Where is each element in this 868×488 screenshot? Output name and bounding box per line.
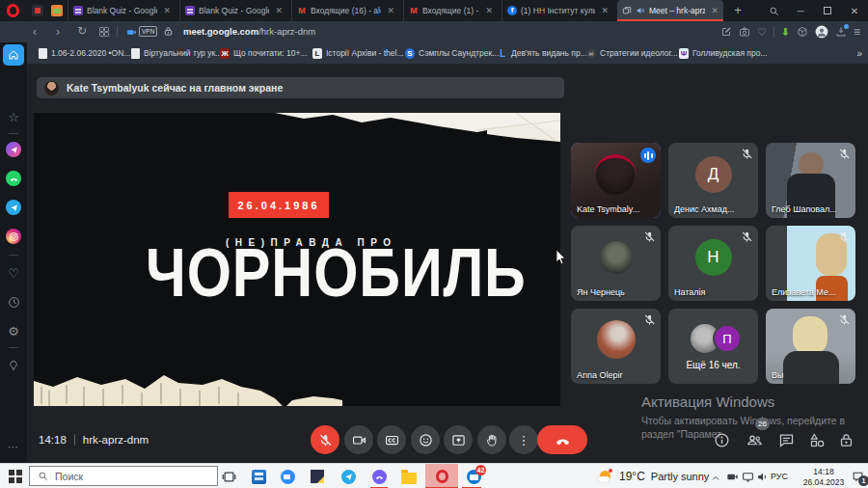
participant-tile-natalia[interactable]: Н Наталія bbox=[668, 226, 758, 301]
chat-panel-icon[interactable] bbox=[778, 432, 795, 448]
tray-chevron-icon[interactable] bbox=[707, 470, 724, 487]
menu-hamburger-icon[interactable]: ≡ bbox=[854, 25, 860, 39]
host-controls-icon[interactable] bbox=[838, 432, 854, 448]
share-edit-icon[interactable] bbox=[720, 26, 732, 38]
tab-facebook[interactable]: f (1) НН Інститут культ ✕ bbox=[502, 0, 613, 21]
tab-gmail-16[interactable]: M Входящие (16) - alon ✕ bbox=[291, 0, 399, 21]
tab-close-icon[interactable]: ✕ bbox=[273, 6, 283, 15]
messenger-icon[interactable] bbox=[3, 139, 24, 160]
pinned-tab-icon-2[interactable] bbox=[51, 5, 63, 16]
tab-blank-quiz-1[interactable]: Blank Quiz - Google F ✕ bbox=[68, 0, 176, 21]
back-icon[interactable]: ‹ bbox=[33, 25, 37, 39]
opera-menu-icon[interactable] bbox=[7, 4, 19, 17]
taskbar-weather[interactable]: 19°C Partly sunny bbox=[598, 464, 709, 488]
window-maximize-button[interactable] bbox=[814, 6, 841, 16]
sidebar-more-icon[interactable]: ⋯ bbox=[3, 436, 24, 457]
bookmarks-overflow-icon[interactable]: » bbox=[856, 48, 862, 59]
tray-language-indicator[interactable]: РУС bbox=[771, 472, 788, 481]
snapshot-icon[interactable] bbox=[739, 26, 750, 38]
telegram-icon[interactable] bbox=[3, 197, 24, 218]
tray-clock[interactable]: 14:18 26.04.2023 bbox=[800, 467, 847, 487]
bookmark-item[interactable]: Ψ Голливудская про... bbox=[679, 48, 768, 59]
tab-blank-quiz-2[interactable]: Blank Quiz - Google F ✕ bbox=[179, 0, 287, 21]
mail-app-icon[interactable]: 42 bbox=[465, 468, 482, 485]
camera-access-icon[interactable] bbox=[125, 27, 138, 38]
bookmark-item[interactable]: L Історії Архіви - thel... bbox=[312, 48, 404, 59]
raise-hand-button[interactable] bbox=[477, 425, 506, 454]
people-panel-icon[interactable] bbox=[746, 432, 763, 448]
tab-search-icon[interactable] bbox=[760, 6, 787, 16]
self-view-tile[interactable]: Вы bbox=[766, 309, 855, 384]
slide-title: ЧОРНОБИЛЬ bbox=[146, 239, 527, 307]
notes-app-icon[interactable] bbox=[309, 468, 326, 485]
bookmark-item[interactable]: S Сэмплы Саундтрек... bbox=[405, 48, 499, 59]
downloads-tray-icon[interactable] bbox=[835, 26, 847, 38]
screen: Blank Quiz - Google F ✕ Blank Quiz - Goo… bbox=[0, 0, 868, 488]
speed-dial-home-icon[interactable] bbox=[3, 44, 24, 66]
overflow-tile-more-people[interactable]: П Ещё 16 чел. bbox=[668, 309, 758, 384]
window-minimize-button[interactable]: ─ bbox=[787, 6, 814, 16]
favorites-heart-icon[interactable]: ♡ bbox=[757, 26, 767, 39]
activities-icon[interactable] bbox=[809, 432, 826, 448]
url-text[interactable]: meet.google.com/hrk-aprz-dnm bbox=[183, 26, 315, 37]
viber-app-icon[interactable] bbox=[370, 468, 388, 485]
letter-avatar: Н bbox=[695, 239, 732, 276]
more-options-button[interactable]: ⋮ bbox=[509, 425, 538, 454]
participant-tile-gleb[interactable]: Глеб Шаповал... bbox=[766, 143, 855, 218]
reload-icon[interactable]: ↻ bbox=[77, 24, 87, 38]
tab-tiles-icon[interactable] bbox=[98, 26, 110, 38]
reactions-button[interactable] bbox=[411, 425, 440, 454]
present-button[interactable] bbox=[444, 425, 473, 454]
whatsapp-icon[interactable] bbox=[3, 168, 24, 189]
letter-avatar: Д bbox=[695, 156, 732, 193]
participant-tile-kate[interactable]: Kate Tsymbaly... bbox=[571, 143, 661, 218]
bookmark-item[interactable]: Віртуальний тур ук... bbox=[131, 48, 222, 59]
notification-center-icon[interactable]: 1 bbox=[849, 468, 866, 485]
start-button[interactable] bbox=[9, 470, 22, 483]
tab-close-icon[interactable]: ✕ bbox=[599, 6, 609, 15]
forward-icon[interactable]: › bbox=[56, 25, 60, 39]
extensions-cube-icon[interactable] bbox=[797, 26, 808, 38]
participant-tile-elizaveta[interactable]: Елизавета Ме... bbox=[766, 226, 855, 301]
settings-gear-icon[interactable]: ⚙ bbox=[3, 320, 24, 341]
calculator-app-icon[interactable] bbox=[250, 468, 267, 485]
bookmark-item[interactable]: L Дев'ять видань пр... bbox=[498, 48, 587, 59]
new-tab-button[interactable]: + bbox=[730, 3, 746, 18]
pinned-tab-icon-1[interactable] bbox=[32, 5, 43, 16]
zoom-app-icon[interactable] bbox=[279, 468, 296, 485]
bookmarks-heart-icon[interactable]: ♡ bbox=[3, 262, 24, 284]
l-site-icon: L bbox=[498, 48, 507, 59]
mic-mute-button[interactable] bbox=[311, 425, 339, 454]
window-close-button[interactable]: ✕ bbox=[841, 6, 868, 16]
history-clock-icon[interactable] bbox=[3, 291, 24, 312]
tab-close-icon[interactable]: ✕ bbox=[161, 6, 171, 15]
tab-close-icon[interactable]: ✕ bbox=[385, 6, 394, 15]
end-call-button[interactable] bbox=[537, 425, 587, 454]
task-view-icon[interactable] bbox=[220, 468, 237, 485]
bookmark-item[interactable]: 1.06-2.06.2020 •ON... bbox=[39, 48, 130, 59]
bookmark-item[interactable]: ☠ Стратегии идеолог... bbox=[586, 48, 678, 59]
telegram-app-icon[interactable] bbox=[339, 468, 357, 485]
file-explorer-icon[interactable] bbox=[400, 468, 418, 485]
opera-app-icon[interactable] bbox=[433, 468, 450, 485]
participant-tile-denis[interactable]: Д Денис Ахмад... bbox=[668, 143, 758, 218]
weather-temp: 19°C bbox=[619, 470, 645, 483]
personal-news-star-icon[interactable]: ☆ bbox=[3, 106, 24, 127]
vpn-badge[interactable]: VPN bbox=[139, 26, 157, 37]
captions-button[interactable] bbox=[377, 425, 406, 454]
profile-avatar-icon[interactable] bbox=[815, 25, 828, 39]
camera-button[interactable] bbox=[344, 425, 373, 454]
tips-bulb-icon[interactable] bbox=[3, 355, 24, 376]
tab-meet-active[interactable]: Meet – hrk-aprz-d ✕ bbox=[617, 0, 723, 21]
tab-gmail-1[interactable]: M Входящие (1) - obda ✕ bbox=[403, 0, 498, 21]
taskbar-search-input[interactable]: Поиск bbox=[29, 466, 218, 486]
participant-tile-anna[interactable]: Anna Olepir bbox=[571, 309, 661, 384]
bookmark-item[interactable]: Ж Що почитати: 10+... bbox=[220, 48, 308, 59]
tab-close-icon[interactable]: ✕ bbox=[483, 6, 493, 15]
tray-volume-icon[interactable] bbox=[753, 468, 771, 485]
instagram-icon[interactable] bbox=[3, 226, 24, 247]
download-arrow-icon[interactable]: ⬇ bbox=[781, 26, 790, 39]
tab-close-icon[interactable]: ✕ bbox=[709, 6, 719, 15]
meeting-details-icon[interactable] bbox=[714, 432, 730, 448]
participant-tile-yan[interactable]: Ян Чернець bbox=[571, 226, 661, 301]
